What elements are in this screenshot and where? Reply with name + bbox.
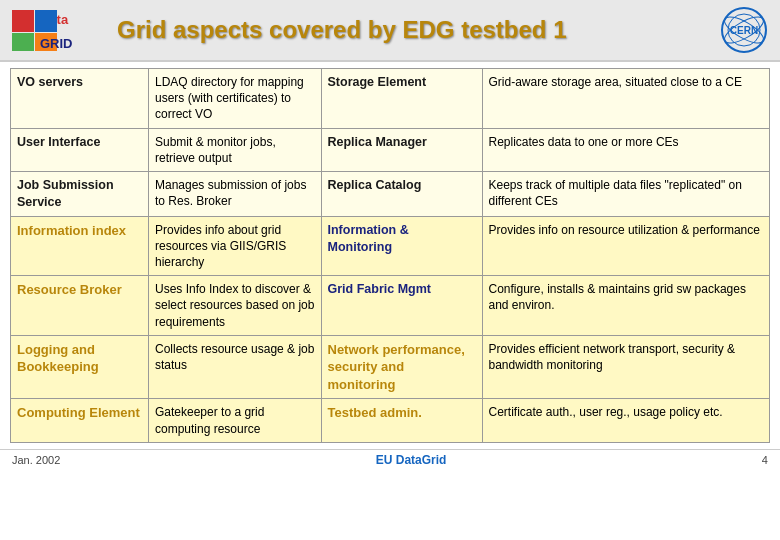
row-ui-col4: Replicates data to one or more CEs [482, 128, 770, 171]
row-computing-col3: Testbed admin. [321, 399, 482, 442]
datagrid-logo: Data GRID [12, 6, 97, 54]
row-info-col3: Information &Monitoring [321, 216, 482, 276]
footer-date: Jan. 2002 [12, 454, 60, 466]
row-job-col4: Keeps track of multiple data files "repl… [482, 171, 770, 216]
table-row: Information index Provides info about gr… [11, 216, 770, 276]
logo-area: Data GRID [12, 6, 97, 54]
footer-page: 4 [762, 454, 768, 466]
row-job-col1: Job Submission Service [11, 171, 149, 216]
row-info-col1: Information index [11, 216, 149, 276]
row-broker-col3: Grid Fabric Mgmt [321, 276, 482, 336]
row-logging-col2: Collects resource usage & job status [149, 335, 322, 399]
row-computing-col1: Computing Element [11, 399, 149, 442]
row-vo-col2: LDAQ directory for mapping users (with c… [149, 69, 322, 129]
footer: Jan. 2002 EU DataGrid 4 [0, 449, 780, 470]
svg-text:GRID: GRID [40, 36, 73, 51]
table-row: Logging and Bookkeeping Collects resourc… [11, 335, 770, 399]
row-computing-col4: Certificate auth., user reg., usage poli… [482, 399, 770, 442]
main-table-container: VO servers LDAQ directory for mapping us… [0, 62, 780, 447]
footer-center: EU DataGrid [376, 453, 447, 467]
row-job-col2: Manages submission of jobs to Res. Broke… [149, 171, 322, 216]
row-broker-col1: Resource Broker [11, 276, 149, 336]
row-vo-col3: Storage Element [321, 69, 482, 129]
row-vo-col4: Grid-aware storage area, situated close … [482, 69, 770, 129]
page-title: Grid aspects covered by EDG testbed 1 [117, 16, 720, 44]
row-vo-col1: VO servers [11, 69, 149, 129]
row-job-col3: Replica Catalog [321, 171, 482, 216]
row-computing-col2: Gatekeeper to a grid computing resource [149, 399, 322, 442]
row-logging-col1: Logging and Bookkeeping [11, 335, 149, 399]
cern-logo: CERN [720, 6, 768, 54]
aspects-table: VO servers LDAQ directory for mapping us… [10, 68, 770, 443]
svg-rect-3 [12, 33, 34, 51]
header: Data GRID Grid aspects covered by EDG te… [0, 0, 780, 62]
row-logging-col4: Provides efficient network transport, se… [482, 335, 770, 399]
row-ui-col3: Replica Manager [321, 128, 482, 171]
row-logging-col3: Network performance, security and monito… [321, 335, 482, 399]
row-broker-col4: Configure, installs & maintains grid sw … [482, 276, 770, 336]
svg-rect-1 [12, 10, 34, 32]
table-row: User Interface Submit & monitor jobs, re… [11, 128, 770, 171]
row-info-col4: Provides info on resource utilization & … [482, 216, 770, 276]
table-row: Computing Element Gatekeeper to a grid c… [11, 399, 770, 442]
table-row: VO servers LDAQ directory for mapping us… [11, 69, 770, 129]
row-info-col2: Provides info about grid resources via G… [149, 216, 322, 276]
table-row: Resource Broker Uses Info Index to disco… [11, 276, 770, 336]
svg-text:CERN: CERN [730, 25, 758, 36]
row-ui-col2: Submit & monitor jobs, retrieve output [149, 128, 322, 171]
row-ui-col1: User Interface [11, 128, 149, 171]
row-broker-col2: Uses Info Index to discover & select res… [149, 276, 322, 336]
table-row: Job Submission Service Manages submissio… [11, 171, 770, 216]
svg-rect-2 [35, 10, 57, 32]
